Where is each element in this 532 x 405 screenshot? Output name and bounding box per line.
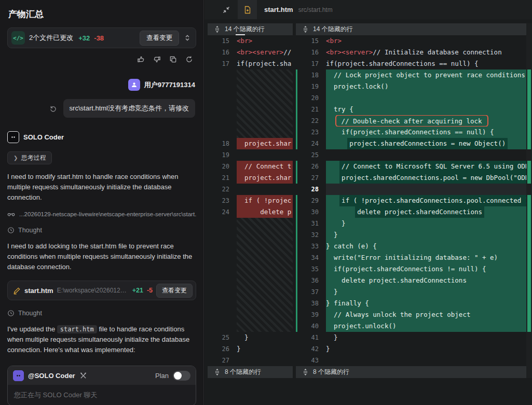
code-line[interactable]: 23 if ( !projec: [208, 195, 293, 206]
hidden-lines-top-right[interactable]: 14 个隐藏的行: [296, 23, 526, 35]
code-line[interactable]: 28: [296, 184, 526, 195]
line-number: 22: [296, 115, 326, 127]
code-line[interactable]: 27: [208, 355, 293, 366]
code-line[interactable]: 30 delete project.sharedConnections: [296, 206, 526, 218]
file-view-changes-button[interactable]: 查看变更: [156, 284, 193, 298]
code-line[interactable]: 17if(project.sha: [208, 58, 293, 69]
code-line[interactable]: 35 if(project.sharedConnections != null)…: [296, 263, 526, 275]
line-content: }: [326, 332, 526, 343]
code-line[interactable]: 15<br>: [296, 35, 526, 47]
code-line[interactable]: 23 if(project.sharedConnections == null)…: [296, 127, 526, 138]
tab-file-name[interactable]: start.htm: [264, 6, 293, 13]
code-line[interactable]: 24 project.sharedConnections = new Objec…: [296, 138, 526, 149]
chat-input[interactable]: 您正在与 SOLO Coder 聊天: [8, 385, 196, 405]
files-changed-label: 2个文件已更改: [29, 33, 73, 43]
code-line[interactable]: 38} finally {: [296, 298, 526, 309]
code-line[interactable]: 21 project.shar: [208, 172, 293, 184]
code-line[interactable]: 37 }: [296, 286, 526, 298]
code-line[interactable]: 33} catch (e) {: [296, 241, 526, 252]
hidden-lines-bottom-right[interactable]: 8 个隐藏的行: [296, 366, 526, 378]
code-line[interactable]: 16<br><server>//: [208, 47, 293, 58]
code-line[interactable]: 43: [296, 355, 526, 366]
code-line[interactable]: 26}: [208, 343, 293, 355]
code-line[interactable]: 21 try {: [296, 104, 526, 115]
line-number: 35: [296, 263, 326, 275]
diff-modified-pane[interactable]: 14 个隐藏的行 15<br>16<br><server>// Initiali…: [296, 23, 526, 378]
thumbs-up-icon[interactable]: [137, 55, 145, 63]
file-reference-row[interactable]: ...20260129-netscape-livewire\netscape-e…: [7, 211, 196, 217]
file-tab-chip[interactable]: [238, 0, 257, 19]
collapse-chevron-icon[interactable]: [183, 34, 192, 42]
code-line[interactable]: 22: [208, 184, 293, 195]
code-line[interactable]: 27 project.sharedConnections.pool = new …: [296, 172, 526, 184]
line-content: // Lock project object to prevent race c…: [326, 69, 526, 81]
composer-agent-chip[interactable]: @SOLO Coder: [28, 372, 75, 380]
thinking-process-label: 思考过程: [21, 153, 46, 162]
toggle-knob: [174, 372, 182, 380]
line-content: project.shar: [237, 138, 293, 149]
line-content: }: [326, 343, 526, 355]
code-line[interactable]: 40 project.unlock(): [296, 320, 526, 332]
retry-icon[interactable]: [49, 105, 57, 113]
tools-icon[interactable]: [79, 372, 87, 380]
line-content: // Double-check after acquiring lock: [326, 115, 526, 127]
code-line[interactable]: 20: [296, 92, 526, 104]
diff-original-pane[interactable]: 14 个隐藏的行 15<br>16<br><server>//17if(proj…: [208, 23, 293, 378]
code-line[interactable]: 25 }: [208, 332, 293, 343]
code-line[interactable]: 34 write("Error initializing database: "…: [296, 252, 526, 263]
code-line[interactable]: 41 }: [296, 332, 526, 343]
regenerate-icon[interactable]: [185, 55, 193, 63]
code-line[interactable]: 16<br><server>// Initialize database con…: [296, 47, 526, 58]
line-number: 34: [296, 252, 326, 263]
code-line[interactable]: 19 project.lock(): [296, 81, 526, 92]
code-line[interactable]: 39 // Always unlock the project object: [296, 309, 526, 320]
feedback-toolbar: [7, 55, 193, 63]
collapse-icon[interactable]: [222, 6, 230, 14]
code-line[interactable]: 36 delete project.sharedConnections: [296, 275, 526, 286]
thought-label: Thought: [18, 227, 42, 234]
line-number: 24: [208, 206, 237, 218]
line-number: 18: [208, 138, 237, 149]
code-line[interactable]: 29 if ( !project.sharedConnections.pool.…: [296, 195, 526, 206]
code-line[interactable]: 18 // Lock project object to prevent rac…: [296, 69, 526, 81]
line-content: <br>: [326, 35, 526, 47]
code-icon: </>: [11, 31, 25, 45]
robot-icon: [7, 131, 19, 143]
overview-ruler[interactable]: [526, 23, 532, 378]
code-line[interactable]: 20 // Connect t: [208, 161, 293, 172]
thinking-process-expander[interactable]: ❯ 思考过程: [7, 151, 52, 164]
line-content: }: [326, 218, 526, 229]
line-number: 41: [296, 332, 326, 343]
hidden-lines-top-left[interactable]: 14 个隐藏的行: [208, 23, 293, 35]
chat-composer: @SOLO Coder Plan 您正在与 SOLO Coder 聊天: [7, 366, 196, 405]
code-line[interactable]: 15<br>: [208, 35, 293, 47]
code-line[interactable]: 26 // Connect to Microsoft SQL Server 6.…: [296, 161, 526, 172]
copy-icon[interactable]: [169, 55, 177, 63]
line-number: 21: [296, 104, 326, 115]
code-line[interactable]: 25: [296, 149, 526, 161]
tab-file-path: src/start.htm: [298, 6, 333, 13]
code-line[interactable]: 42}: [296, 343, 526, 355]
line-content: // Always unlock the project object: [326, 309, 526, 320]
code-line[interactable]: 19: [208, 149, 293, 161]
line-number: 15: [208, 35, 237, 47]
diff-editor-panel: start.htm src/start.htm 14 个隐藏的行 15<br>1…: [204, 0, 532, 405]
user-avatar: [128, 79, 140, 91]
line-content: delete project.sharedConnections: [326, 206, 526, 218]
code-line[interactable]: 17if(project.sharedConnections == null) …: [296, 58, 526, 69]
code-line[interactable]: 22 // Double-check after acquiring lock: [296, 115, 526, 127]
view-changes-button[interactable]: 查看变更: [140, 31, 179, 46]
code-line[interactable]: 31 }: [296, 218, 526, 229]
line-number: 36: [296, 275, 326, 286]
code-line[interactable]: 18 project.shar: [208, 138, 293, 149]
line-number: 29: [296, 195, 326, 206]
line-number: 17: [296, 58, 326, 69]
thought-label: Thought: [18, 310, 42, 317]
robot-icon: [13, 370, 24, 381]
hidden-lines-bottom-left[interactable]: 8 个隐藏的行: [208, 366, 293, 378]
plan-toggle[interactable]: [173, 371, 190, 381]
code-line[interactable]: 24 delete p: [208, 206, 293, 218]
thumbs-down-icon[interactable]: [153, 55, 161, 63]
code-line[interactable]: 32 }: [296, 229, 526, 241]
ruler-added-mark: [527, 69, 531, 149]
